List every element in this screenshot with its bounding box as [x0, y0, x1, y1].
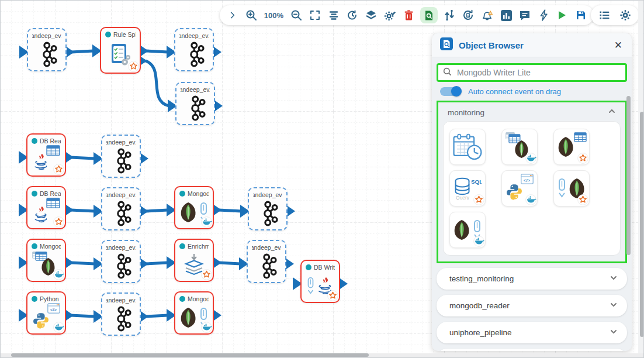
auto-connect-row: Auto connect event on drag — [440, 87, 624, 96]
pipeline-node-n16[interactable]: Python ... </> — [26, 291, 66, 335]
kafka-icon — [28, 41, 65, 68]
kafka-icon — [102, 200, 140, 227]
pipeline-node-n12[interactable]: sandeep_ev... — [101, 240, 141, 283]
save-pipeline-button[interactable] — [574, 7, 588, 23]
pipeline-node-n7[interactable]: DB Read... — [26, 186, 66, 229]
section-label: testing_monitoring — [449, 274, 514, 283]
pipeline-list-button[interactable] — [597, 7, 611, 23]
svg-text:SQL: SQL — [471, 178, 482, 185]
zoom-out-button[interactable] — [289, 7, 303, 23]
node-label: DB Read... — [32, 137, 61, 144]
star-badge-icon — [473, 194, 484, 205]
pipeline-node-n8[interactable]: sandeep_ev... — [101, 187, 141, 230]
mongodb-writer-lite-tile[interactable] — [553, 170, 590, 206]
mongodb-reader-tile[interactable] — [501, 129, 538, 165]
panel-title: Object Browser — [459, 40, 607, 50]
pipeline-settings-button[interactable] — [383, 7, 397, 23]
mongodb-writer-tile[interactable] — [449, 212, 486, 248]
pipeline-editor: sandeep_ev... Rule Spl... sandeep_ev... … — [0, 0, 644, 358]
monitoring-charts-button[interactable] — [499, 7, 513, 23]
section-header-monitoring[interactable]: monitoring — [443, 106, 621, 121]
kafka-icon — [249, 200, 286, 227]
panel-scrollbar[interactable] — [626, 96, 631, 255]
docker-badge-icon — [53, 322, 64, 333]
svg-text:</>: </> — [524, 178, 530, 183]
node-label: sandeep_ev... — [181, 86, 210, 93]
pipeline-node-n17[interactable]: sandeep_ev... — [101, 292, 141, 336]
node-label: sandeep_ev... — [106, 191, 136, 198]
main-toolbar: 100% — [220, 5, 594, 25]
section-mongodb_reader[interactable]: mongodb_reader — [437, 295, 627, 316]
pipeline-node-n18[interactable]: Mongod... — [174, 291, 214, 335]
node-label: DB Read... — [32, 190, 61, 197]
fit-screen-button[interactable] — [308, 7, 322, 23]
horizontal-scrollbar[interactable] — [11, 353, 369, 357]
zoom-level-text: 100% — [264, 11, 283, 20]
status-dot — [32, 138, 37, 144]
chevron-up-icon — [608, 107, 616, 118]
zoom-in-button[interactable] — [244, 7, 258, 23]
docker-badge-icon — [201, 322, 212, 333]
auto-connect-button[interactable] — [442, 7, 456, 23]
section-testing_monitoring[interactable]: testing_monitoring — [437, 268, 627, 290]
pipeline-node-n10[interactable]: sandeep_ev... — [248, 187, 288, 230]
alerts-button[interactable] — [480, 7, 494, 23]
node-label: sandeep_ev... — [179, 32, 209, 39]
window-scrollbar[interactable] — [640, 112, 644, 337]
mongodb-reader-lite-tile[interactable] — [553, 129, 590, 165]
close-panel-button[interactable]: ✕ — [613, 39, 624, 51]
delete-button[interactable] — [402, 7, 416, 23]
zoom-level-label[interactable]: 100% — [263, 7, 285, 23]
auto-connect-toggle[interactable] — [440, 87, 461, 96]
node-label: Python ... — [32, 295, 61, 302]
calendar-clock-icon — [452, 133, 483, 160]
node-label: sandeep_ev... — [106, 244, 136, 251]
star-badge-icon — [53, 216, 64, 228]
trigger-button[interactable] — [536, 7, 550, 23]
pipeline-node-n4[interactable]: sandeep_ev... — [175, 82, 215, 125]
history-button[interactable] — [345, 7, 359, 23]
sql-query-tile[interactable]: SQLQuery — [449, 170, 486, 206]
docker-badge-icon — [525, 153, 536, 164]
settings-button[interactable] — [618, 7, 632, 23]
component-palette: SQLQuery</> — [443, 121, 621, 256]
status-dot — [32, 243, 37, 249]
svg-text:Query: Query — [456, 195, 470, 200]
kafka-icon — [175, 41, 213, 68]
pipeline-node-n2[interactable]: Rule Spl... — [100, 27, 141, 74]
auto-align-button[interactable] — [327, 7, 341, 23]
object-browser-icon — [440, 37, 453, 53]
scheduler-tile[interactable] — [449, 129, 486, 165]
pipeline-node-n11[interactable]: Mongod... — [26, 239, 66, 282]
expand-toolbar-button[interactable] — [226, 7, 240, 23]
star-badge-icon — [128, 61, 139, 72]
pipeline-node-n6[interactable]: sandeep_ev... — [101, 135, 141, 178]
docker-badge-icon — [53, 269, 64, 280]
layers-button[interactable] — [364, 7, 378, 23]
node-label: DB Writer — [306, 264, 335, 271]
section-clickhouse_reader[interactable]: clickhouse_reader — [437, 349, 627, 351]
section-uniphore_pipeline[interactable]: uniphore_pipeline — [437, 322, 627, 343]
comments-button[interactable] — [518, 7, 532, 23]
chevron-down-icon — [610, 328, 618, 338]
kafka-icon — [102, 147, 140, 174]
pipeline-node-n13[interactable]: Enrichm... — [174, 239, 214, 282]
audit-log-button[interactable] — [461, 7, 475, 23]
pipeline-node-n15[interactable]: DB Writer — [300, 260, 340, 303]
python-tile[interactable]: </> — [501, 170, 538, 206]
pipeline-node-n9[interactable]: Mongod... — [174, 186, 214, 229]
pipeline-node-n14[interactable]: sandeep_ev... — [247, 240, 286, 283]
chevron-down-icon — [610, 301, 618, 311]
pipeline-node-n1[interactable]: sandeep_ev... — [27, 28, 67, 71]
node-label: Mongod... — [32, 243, 61, 250]
search-input[interactable] — [456, 67, 621, 78]
star-badge-icon — [327, 290, 338, 301]
object-browser-panel: Object Browser ✕ Auto connect event on d… — [432, 33, 632, 351]
run-pipeline-button[interactable] — [555, 7, 569, 23]
object-search-box — [437, 63, 627, 82]
object-browser-toggle-button[interactable] — [420, 7, 438, 23]
pipeline-node-n5[interactable]: DB Read... — [26, 133, 66, 177]
kafka-icon — [102, 253, 140, 280]
pipeline-node-n3[interactable]: sandeep_ev... — [174, 28, 214, 71]
section-label: monitoring — [448, 108, 484, 117]
